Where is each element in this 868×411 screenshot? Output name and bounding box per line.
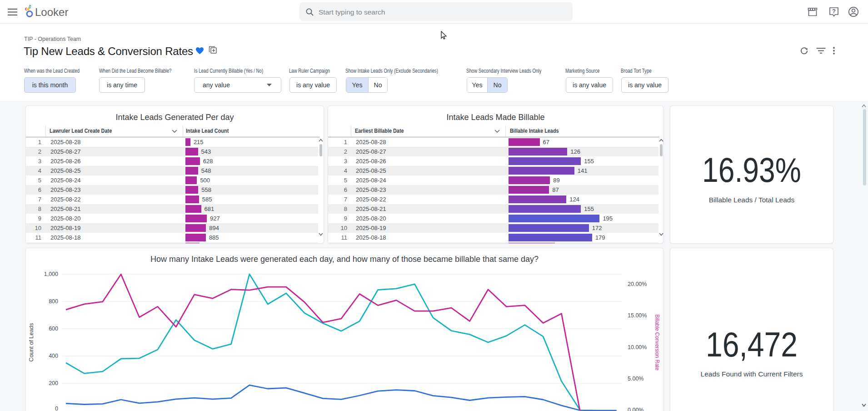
svg-text:Billable Conversion Rate: Billable Conversion Rate bbox=[654, 314, 661, 370]
svg-text:?: ? bbox=[832, 8, 836, 15]
svg-text:Count of Leads: Count of Leads bbox=[28, 323, 35, 362]
